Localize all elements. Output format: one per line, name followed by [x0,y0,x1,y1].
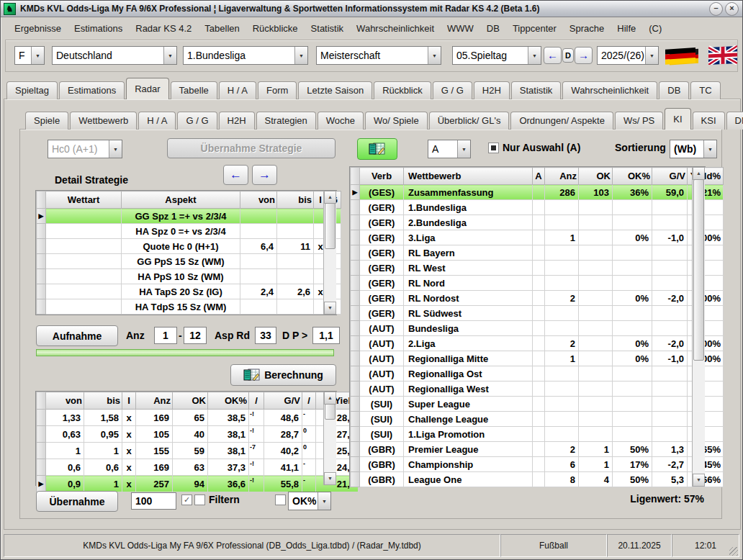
main-tab[interactable]: Estimations [59,81,125,99]
sub-tab[interactable]: Spiele [25,112,68,130]
main-tab[interactable]: Form [258,81,297,99]
main-tab[interactable]: Tabelle [171,81,217,99]
main-tab[interactable]: H2H [474,81,510,99]
minimize-button[interactable]: – [709,2,723,16]
sub-tab[interactable]: Wo/ Spiele [365,112,428,130]
main-tab[interactable]: Letzte Saison [298,81,372,99]
column-header[interactable]: OK [173,392,208,410]
competition-combo[interactable]: Meisterschaft ▼ [316,46,441,65]
sub-tab[interactable]: KI [665,108,690,130]
dp-field[interactable]: 1,1 [312,327,340,344]
menu-item[interactable]: WWW [441,21,480,36]
table-row[interactable]: 11x1555938,1-740,2025,9 [37,443,359,459]
scroll-up-icon[interactable]: ▲ [693,167,705,180]
menu-item[interactable]: Sprache [563,21,611,36]
column-header[interactable]: OK% [613,168,652,185]
main-tab[interactable]: Wahrscheinlichkeit [562,81,657,99]
sub-tab[interactable]: Ws/ PS [615,112,663,130]
table-row[interactable]: (SUI)Super League [351,397,724,412]
sub-tab[interactable]: Wettbewerb [70,112,137,130]
sub-tab[interactable]: G / G [177,112,217,130]
scroll-up-icon[interactable]: ▲ [324,392,336,405]
filtern-checkbox[interactable] [194,494,205,505]
table-row[interactable]: HA Spz 0 =+ vs 2/3/4 [37,224,341,239]
table-row[interactable]: (GBR)Premier League2150%1,365% [351,442,724,457]
aufnahme-button[interactable]: Aufnahme [36,325,118,346]
column-header[interactable]: bis [277,191,314,209]
vertical-scrollbar[interactable]: ▲ ▼ [323,191,336,315]
berechnung-button[interactable]: Berechnung [230,364,336,386]
column-header[interactable]: Wettbewerb [404,168,533,185]
matchday-combo[interactable]: 05.Spieltag ▼ [452,46,541,65]
stake-field[interactable]: 100 [131,492,176,510]
nur-auswahl-checkbox[interactable] [488,143,499,153]
scroll-down-icon[interactable]: ▼ [324,472,336,485]
main-tab[interactable]: H / A [219,81,256,99]
column-header[interactable]: Anz [545,168,579,185]
table-row[interactable]: HA TapS 20 Sz (IG)2,42,6x [37,284,341,299]
vertical-scrollbar[interactable]: ▲ ▼ [692,167,705,487]
main-tab[interactable]: Spieltag [6,81,58,99]
sub-tab[interactable]: DMM [726,112,743,130]
column-header[interactable]: / [302,392,316,410]
nav-d-button[interactable]: D [562,48,574,63]
table-row[interactable]: HA PpS 10 Sz (WM) [37,269,341,284]
menu-item[interactable]: DB [480,21,506,36]
table-row[interactable]: ▶0,91x2579436,6-!55,8-21,7 [37,476,359,492]
scroll-down-icon[interactable]: ▼ [693,474,705,487]
close-button[interactable]: × [725,2,739,16]
column-header[interactable]: / [249,392,264,410]
previous-matchday-button[interactable]: ← [544,47,562,64]
main-tab[interactable]: Statistik [511,81,562,99]
table-row[interactable]: (AUT)Regionalliga Mitte10%-1,0-100% [351,351,724,366]
menu-item[interactable]: Wahrscheinlichkeit [350,21,441,36]
table-row[interactable]: 0,630,95x1054038,1-!28,7027,3 [37,426,359,443]
table-row[interactable]: (GER)RL Bayern [351,245,724,261]
sort-combo[interactable]: (Wb) ▼ [670,140,717,158]
column-header[interactable]: Aspekt [122,191,240,209]
uebernahme-button[interactable]: Übernahme [36,491,118,512]
column-header[interactable]: von [46,392,84,410]
main-tab[interactable]: DB [659,81,689,99]
column-header[interactable]: G/V [264,392,302,410]
table-row[interactable]: (SUI)Challenge League [351,412,724,427]
sub-tab[interactable]: KSI [693,112,725,130]
sub-tab[interactable]: Woche [318,112,364,130]
column-header[interactable]: Verb [360,168,404,185]
menu-item[interactable]: Tabellen [198,21,246,36]
table-row[interactable]: (AUT)Regionalliga West [351,381,724,397]
column-header[interactable]: I [122,392,136,410]
calc-selection-button[interactable] [357,138,397,160]
table-row[interactable]: (GER)RL Nordost20%-2,0-100% [351,291,724,306]
table-row[interactable]: (GER)RL West [351,261,724,276]
table-row[interactable]: (AUT)Bundesliga [351,321,724,336]
table-row[interactable]: (GER)3.Liga10%-1,0-100% [351,230,724,245]
scrollbar-thumb[interactable] [693,179,704,361]
league-combo[interactable]: 1.Bundesliga ▼ [183,46,308,65]
menu-item[interactable]: Tippcenter [506,21,563,36]
main-tab[interactable]: Radar [126,78,168,99]
selection-combo[interactable]: A ▼ [428,140,471,158]
menu-item[interactable]: Statistik [305,21,351,36]
column-header[interactable]: von [240,191,277,209]
column-header[interactable]: G/V [652,168,688,185]
asp-rd-field[interactable]: 33 [255,327,276,344]
anz-to-field[interactable]: 12 [184,327,207,344]
table-row[interactable]: (SUI)1.Liga Promotion [351,427,724,442]
uk-flag-icon[interactable] [708,45,737,68]
table-row[interactable]: (GER)1.Bundesliga [351,200,724,215]
scrollbar-thumb[interactable] [325,404,336,420]
sub-tab[interactable]: Strategien [256,112,316,130]
table-row[interactable]: (GER)2.Bundesliga [351,215,724,230]
filter-combo[interactable]: F ▼ [14,46,45,65]
season-combo[interactable]: 2025/(26) ▼ [597,46,659,65]
column-header[interactable]: bis [84,392,122,410]
scrollbar-thumb[interactable] [325,203,336,249]
table-row[interactable]: ▶(GES)Zusammenfassung28610336%59,021% [351,185,724,200]
table-row[interactable]: 0,60,6x1696337,3-!41,1-24,3 [37,459,359,476]
sub-tab[interactable]: H2H [219,112,255,130]
uebernahme-strategie-button[interactable]: Übernahme Strategie [167,138,336,158]
table-row[interactable]: (AUT)2.Liga20%-2,0-100% [351,336,724,351]
table-row[interactable]: ▶GG Spz 1 =+ vs 2/3/4 [37,209,341,224]
next-matchday-button[interactable]: → [575,47,593,64]
